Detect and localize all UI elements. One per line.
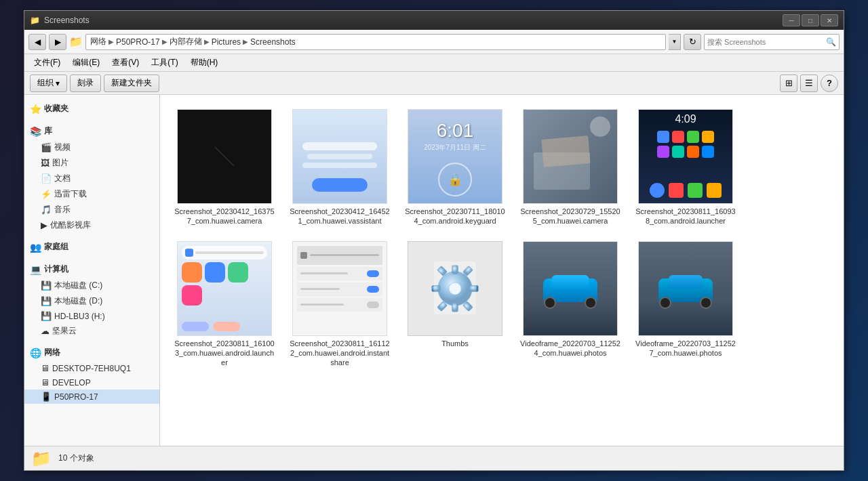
status-count: 10 个对象 xyxy=(58,453,94,464)
file-item-10[interactable]: Videoframe_20220703_112527_com.huawei.ph… xyxy=(631,237,740,372)
file-grid: Screenshot_20230412_163757_com.huawei.ca… xyxy=(167,102,837,375)
menu-tools[interactable]: 工具(T) xyxy=(146,56,183,70)
sidebar-network-header[interactable]: 🌐 网络 xyxy=(24,344,159,361)
breadcrumb-network[interactable]: 网络 xyxy=(90,36,106,47)
file-item-4[interactable]: Screenshot_20230729_155205_com.huawei.ca… xyxy=(516,105,625,230)
breadcrumb-screenshots[interactable]: Screenshots xyxy=(250,37,296,47)
menu-edit[interactable]: 编辑(E) xyxy=(67,56,105,70)
documents-icon: 📄 xyxy=(41,173,52,184)
sidebar-divider-2 xyxy=(24,233,159,238)
file-thumb-3: 6:01 2023年7月11日 周二 🔒 xyxy=(408,109,502,204)
youku-icon: ▶ xyxy=(41,220,47,230)
sidebar-divider-4 xyxy=(24,339,159,344)
file-item-3[interactable]: 6:01 2023年7月11日 周二 🔒 Screenshot_20230711… xyxy=(401,105,509,230)
drive-d-icon: 💾 xyxy=(41,296,52,306)
breadcrumb-p50pro[interactable]: P50PRO-17 xyxy=(116,37,160,47)
view-toggle-button[interactable]: ⊞ xyxy=(780,75,797,92)
sidebar-item-p50pro[interactable]: 📱 P50PRO-17 xyxy=(24,390,159,404)
chevron-down-icon: ▾ xyxy=(56,79,60,88)
file-item-9[interactable]: Videoframe_20220703_112524_com.huawei.ph… xyxy=(516,237,625,372)
drive-c-icon: 💾 xyxy=(41,280,52,291)
menubar: 文件(F) 编辑(E) 查看(V) 工具(T) 帮助(H) xyxy=(24,54,844,72)
explorer-window: 📁 Screenshots ─ □ ✕ ◀ ▶ 📁 网络 ▶ P50PRO-17… xyxy=(24,10,844,471)
sidebar-item-pictures[interactable]: 🖼 图片 xyxy=(24,155,159,171)
file-label-thumbs: Thumbs xyxy=(441,339,469,348)
refresh-button[interactable]: ↻ xyxy=(684,34,701,50)
folder-icon-addr: 📁 xyxy=(69,35,83,48)
desktop: 📁 Screenshots ─ □ ✕ ◀ ▶ 📁 网络 ▶ P50PRO-17… xyxy=(0,0,868,481)
homegroup-icon: 👥 xyxy=(30,242,41,253)
sidebar-network-label: 网络 xyxy=(44,347,60,358)
file-label-5: Screenshot_20230811_160938_com.android.l… xyxy=(635,207,736,226)
sidebar-item-desktop[interactable]: 🖥 DESKTOP-7EH8UQ1 xyxy=(24,361,159,375)
file-thumb-7 xyxy=(292,241,387,336)
file-item-1[interactable]: Screenshot_20230412_163757_com.huawei.ca… xyxy=(170,105,279,230)
file-label-2: Screenshot_20230412_164521_com.huawei.va… xyxy=(290,207,390,226)
search-input[interactable] xyxy=(707,38,824,46)
status-bar: 📁 10 个对象 xyxy=(24,446,844,470)
network-icon: 🌐 xyxy=(30,348,41,358)
sidebar-item-youku[interactable]: ▶ 优酷影视库 xyxy=(24,217,159,233)
menu-help[interactable]: 帮助(H) xyxy=(185,56,224,70)
file-item-thumbs[interactable]: Thumbs xyxy=(401,237,509,372)
sidebar-homegroup-header[interactable]: 👥 家庭组 xyxy=(24,238,159,255)
sidebar-libraries-header[interactable]: 📚 库 xyxy=(24,123,159,140)
file-item-6[interactable]: Screenshot_20230811_161003_com.huawei.an… xyxy=(170,237,279,372)
file-item-5[interactable]: 4:09 xyxy=(631,105,740,230)
file-label-1: Screenshot_20230412_163757_com.huawei.ca… xyxy=(174,207,275,226)
sidebar-item-video[interactable]: 🎬 视频 xyxy=(24,140,159,155)
title-bar-controls: ─ □ ✕ xyxy=(783,14,838,26)
file-label-10: Videoframe_20220703_112527_com.huawei.ph… xyxy=(635,339,736,358)
video-icon: 🎬 xyxy=(41,142,52,152)
back-button[interactable]: ◀ xyxy=(28,34,46,50)
file-label-9: Videoframe_20220703_112524_com.huawei.ph… xyxy=(520,339,620,358)
search-icon[interactable]: 🔍 xyxy=(826,37,836,47)
file-thumb-1 xyxy=(177,109,272,204)
file-item-7[interactable]: Screenshot_20230811_161122_com.huawei.an… xyxy=(285,237,394,372)
help-button[interactable]: ? xyxy=(821,75,838,92)
organize-button[interactable]: 组织 ▾ xyxy=(30,75,67,92)
menu-view[interactable]: 查看(V) xyxy=(106,56,144,70)
forward-button[interactable]: ▶ xyxy=(49,34,66,50)
develop-pc-icon: 🖥 xyxy=(41,377,50,388)
menu-file[interactable]: 文件(F) xyxy=(28,56,66,70)
view-details-button[interactable]: ☰ xyxy=(800,75,818,92)
file-item-2[interactable]: Screenshot_20230412_164521_com.huawei.va… xyxy=(285,105,394,230)
breadcrumb-pictures[interactable]: Pictures xyxy=(212,37,241,47)
sidebar-item-develop[interactable]: 🖥 DEVELOP xyxy=(24,375,159,390)
search-box: 🔍 xyxy=(704,34,840,50)
sidebar-item-jianguo[interactable]: ☁ 坚果云 xyxy=(24,323,159,339)
desktop-pc-icon: 🖥 xyxy=(41,363,50,373)
jianguo-icon: ☁ xyxy=(41,326,50,336)
sidebar-item-documents[interactable]: 📄 文档 xyxy=(24,171,159,186)
close-button[interactable]: ✕ xyxy=(821,14,838,26)
sidebar-item-xunlei[interactable]: ⚡ 迅雷下载 xyxy=(24,186,159,202)
file-content-area[interactable]: Screenshot_20230412_163757_com.huawei.ca… xyxy=(160,95,844,446)
sidebar-divider-3 xyxy=(24,255,159,261)
new-folder-button[interactable]: 新建文件夹 xyxy=(104,75,159,92)
sidebar-favorites-header[interactable]: ⭐ 收藏夹 xyxy=(24,100,159,117)
sidebar-item-c-drive[interactable]: 💾 本地磁盘 (C:) xyxy=(24,278,159,293)
minimize-button[interactable]: ─ xyxy=(783,14,800,26)
sidebar-item-h-drive[interactable]: 💾 HD-LBU3 (H:) xyxy=(24,309,159,323)
file-thumb-10 xyxy=(638,241,733,336)
sidebar-item-d-drive[interactable]: 💾 本地磁盘 (D:) xyxy=(24,293,159,309)
file-thumb-thumbs xyxy=(408,241,502,336)
file-label-7: Screenshot_20230811_161122_com.huawei.an… xyxy=(290,339,390,368)
computer-icon: 💻 xyxy=(30,264,41,275)
xunlei-icon: ⚡ xyxy=(41,189,52,199)
sidebar-computer-label: 计算机 xyxy=(44,264,68,275)
breadcrumb-internal[interactable]: 内部存储 xyxy=(170,36,202,47)
address-dropdown-button[interactable]: ▼ xyxy=(669,34,681,50)
window-title: Screenshots xyxy=(44,16,90,25)
star-icon: ⭐ xyxy=(30,104,41,114)
sidebar-homegroup-label: 家庭组 xyxy=(44,241,68,253)
sidebar-computer-header[interactable]: 💻 计算机 xyxy=(24,261,159,278)
file-label-4: Screenshot_20230729_155205_com.huawei.ca… xyxy=(520,207,620,226)
sidebar-item-music[interactable]: 🎵 音乐 xyxy=(24,202,159,217)
music-icon: 🎵 xyxy=(41,205,52,215)
file-label-3: Screenshot_20230711_180104_com.android.k… xyxy=(405,207,505,226)
maximize-button[interactable]: □ xyxy=(802,14,819,26)
gear-icon xyxy=(425,258,486,319)
burn-button[interactable]: 刻录 xyxy=(70,75,101,92)
